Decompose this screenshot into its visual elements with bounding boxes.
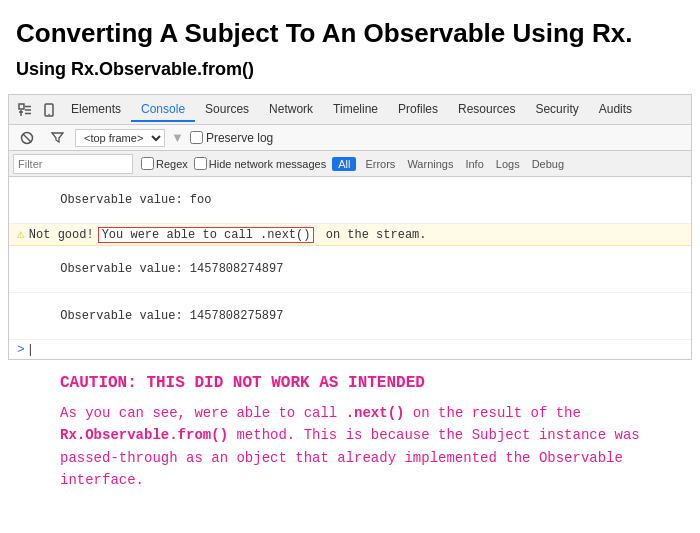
filter-options: Regex Hide network messages All Errors W… [141,157,567,171]
tab-timeline[interactable]: Timeline [323,98,388,122]
preserve-log-label: Preserve log [206,131,273,145]
svg-rect-0 [19,104,24,109]
warning-icon: ⚠ [17,226,25,242]
tab-network[interactable]: Network [259,98,323,122]
devtools-tab-bar: Elements Console Sources Network Timelin… [9,95,691,125]
annotation-title: CAUTION: THIS DID NOT WORK AS INTENDED [60,374,684,392]
regex-label: Regex [156,158,188,170]
tab-sources[interactable]: Sources [195,98,259,122]
prompt-arrow-icon: > [17,342,25,357]
logs-filter[interactable]: Logs [493,158,523,170]
debug-filter[interactable]: Debug [529,158,567,170]
errors-filter[interactable]: Errors [362,158,398,170]
tab-elements[interactable]: Elements [61,98,131,122]
filter-icon[interactable] [45,126,69,150]
frame-selector[interactable]: <top frame> [75,129,165,147]
console-line-4: Observable value: 1457808275897 [9,293,691,340]
console-warning-line: ⚠ Not good! You were able to call .next(… [9,224,691,246]
warnings-filter[interactable]: Warnings [404,158,456,170]
mobile-icon[interactable] [37,98,61,122]
devtools-panel: Elements Console Sources Network Timelin… [8,94,692,360]
tab-resources[interactable]: Resources [448,98,525,122]
page-title: Converting A Subject To An Observable Us… [0,0,700,55]
console-line-1-text: Observable value: foo [60,193,211,207]
highlighted-call: You were able to call .next() [98,227,315,243]
tab-security[interactable]: Security [525,98,588,122]
all-filter-button[interactable]: All [332,157,356,171]
filter-bar: Regex Hide network messages All Errors W… [9,151,691,177]
console-line-4-text: Observable value: 1457808275897 [60,309,283,323]
console-line-1: Observable value: foo [9,177,691,224]
filter-input[interactable] [13,154,133,174]
inspect-icon[interactable] [13,98,37,122]
svg-point-7 [48,113,49,114]
annotation-body: As you can see, were able to call .next(… [60,402,684,492]
arrow-container: CAUTION: THIS DID NOT WORK AS INTENDED A… [0,360,700,502]
info-filter[interactable]: Info [462,158,486,170]
hide-network-label: Hide network messages [209,158,326,170]
page-subtitle: Using Rx.Observable.from() [0,55,700,94]
annotation-section: CAUTION: THIS DID NOT WORK AS INTENDED A… [0,360,700,502]
tab-audits[interactable]: Audits [589,98,642,122]
clear-console-icon[interactable] [15,126,39,150]
console-line-3: Observable value: 1457808274897 [9,246,691,293]
from-method-bold: Rx.Observable.from() [60,427,228,443]
console-line-3-text: Observable value: 1457808274897 [60,262,283,276]
tab-console[interactable]: Console [131,98,195,122]
svg-line-9 [23,134,31,142]
not-good-label: Not good! [29,228,94,242]
hide-network-checkbox[interactable] [194,157,207,170]
next-call-bold: .next() [346,405,405,421]
tab-profiles[interactable]: Profiles [388,98,448,122]
preserve-log-checkbox[interactable] [190,131,203,144]
prompt-cursor: | [27,343,34,357]
warning-suffix: on the stream. [318,228,426,242]
console-prompt-line[interactable]: > | [9,340,691,359]
preserve-log-option[interactable]: Preserve log [190,131,273,145]
hide-network-option[interactable]: Hide network messages [194,157,326,170]
regex-checkbox[interactable] [141,157,154,170]
console-output: Observable value: foo ⚠ Not good! You we… [9,177,691,359]
regex-option[interactable]: Regex [141,157,188,170]
devtools-secondary-bar: <top frame> ▼ Preserve log [9,125,691,151]
